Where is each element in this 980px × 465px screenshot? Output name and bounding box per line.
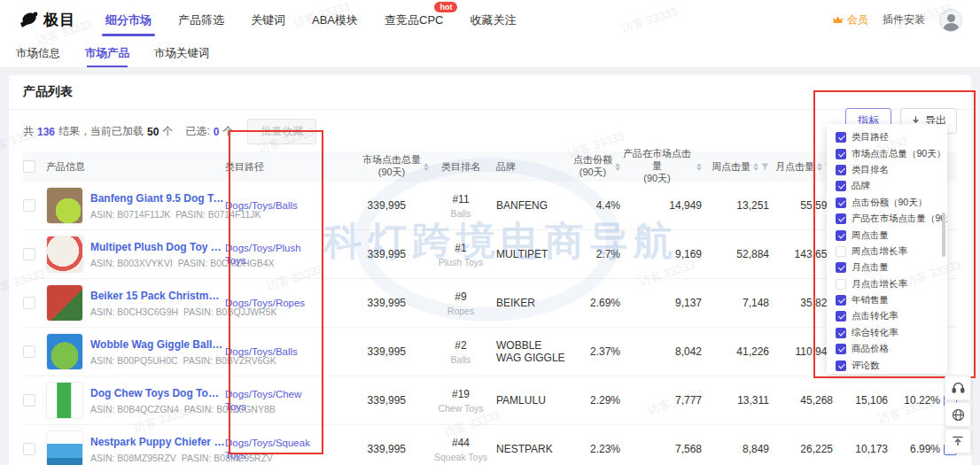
checkbox-icon[interactable]: [836, 165, 846, 175]
category-rank: #2Balls: [429, 339, 493, 365]
checkbox-icon[interactable]: [836, 198, 846, 208]
top-navbar: 极目 细分市场 产品筛选 关键词 ABA模块 查竞品CPC hot 收藏关注 会…: [0, 0, 980, 40]
header-week-clicks[interactable]: 周点击量: [702, 160, 769, 174]
week-clicks-value: 52,884: [702, 248, 769, 260]
metric-option[interactable]: 年销售量: [836, 292, 947, 308]
user-avatar[interactable]: [939, 9, 962, 32]
crown-icon: [832, 15, 844, 25]
product-thumbnail[interactable]: [46, 284, 83, 322]
checkbox-icon[interactable]: [836, 181, 846, 191]
row-checkbox[interactable]: [23, 394, 35, 407]
dropdown-scrollbar[interactable]: [942, 213, 945, 257]
week-clicks-value: 8,849: [702, 443, 769, 455]
row-checkbox[interactable]: [23, 297, 35, 309]
member-link[interactable]: 会员: [832, 12, 868, 27]
product-thumbnail[interactable]: [46, 430, 83, 465]
nav-right: 会员 插件安装: [832, 9, 962, 32]
checkbox-icon[interactable]: [836, 213, 846, 224]
row-checkbox[interactable]: [23, 199, 35, 212]
filter-top-button[interactable]: [945, 429, 971, 453]
checkbox-icon[interactable]: [836, 311, 846, 322]
sort-icon[interactable]: [817, 163, 822, 171]
checkbox-icon[interactable]: [836, 262, 846, 273]
row-checkbox[interactable]: [23, 443, 35, 455]
market-clicks-value: 339,995: [323, 297, 429, 309]
metric-option[interactable]: 类目排名: [836, 162, 947, 178]
product-title[interactable]: Beiker 15 Pack Christmas Dog Toys Bulk .…: [90, 290, 225, 302]
product-thumbnail[interactable]: [46, 187, 83, 224]
product-thumbnail[interactable]: [46, 236, 83, 273]
app-logo[interactable]: 极目: [18, 10, 75, 30]
category-path-link[interactable]: Dogs/Toys/Plush Toys: [225, 243, 301, 266]
product-clicks-value: 8,042: [620, 345, 702, 358]
nav-item-segment-market[interactable]: 细分市场: [105, 0, 152, 40]
filter-funnel-icon[interactable]: [761, 163, 769, 171]
metric-option[interactable]: 品牌: [836, 178, 947, 194]
product-title[interactable]: Wobble Wag Giggle Ball Interactive Dog..…: [90, 338, 225, 351]
week-clicks-value: 41,226: [702, 345, 769, 358]
category-path-link[interactable]: Dogs/Toys/Balls: [225, 200, 298, 211]
plugin-install-link[interactable]: 插件安装: [883, 12, 925, 27]
metric-option[interactable]: 月点击量: [836, 260, 947, 275]
metric-option[interactable]: 周点击增长率: [836, 244, 947, 260]
product-thumbnail[interactable]: [46, 382, 83, 419]
checkbox-icon[interactable]: [836, 279, 846, 290]
metric-option[interactable]: 商品价格: [836, 341, 947, 357]
nav-item-favorites[interactable]: 收藏关注: [470, 0, 516, 40]
metric-option[interactable]: 点击份额（90天）: [836, 195, 947, 211]
app-root: 极目 细分市场 产品筛选 关键词 ABA模块 查竞品CPC hot 收藏关注 会…: [0, 0, 980, 465]
year-sales-value: 10,173: [833, 443, 888, 455]
checkbox-icon[interactable]: [836, 328, 846, 338]
table-row: Multipet Plush Dog Toy Lambchop 10 W... …: [23, 230, 957, 279]
nav-item-product-filter[interactable]: 产品筛选: [178, 0, 224, 40]
row-checkbox[interactable]: [23, 248, 35, 260]
header-market-clicks[interactable]: 市场点击总量(90天): [323, 154, 429, 179]
metric-option[interactable]: 月点击增长率: [836, 276, 947, 292]
metric-option[interactable]: 周点击量: [836, 227, 947, 243]
product-title[interactable]: Nestpark Puppy Chiefer 3000 - Funny D...: [90, 436, 225, 448]
nav-item-aba-module[interactable]: ABA模块: [312, 0, 358, 40]
category-path-link[interactable]: Dogs/Toys/Squeak Toys: [225, 438, 310, 461]
conversion-value: 10.22%: [904, 394, 940, 407]
checkbox-icon[interactable]: [836, 360, 846, 371]
checkbox-icon[interactable]: [836, 295, 846, 306]
header-click-share[interactable]: 点击份额(90天): [565, 154, 620, 179]
header-product-clicks[interactable]: 产品在市场点击量(90天): [620, 148, 702, 184]
checkbox-icon[interactable]: [836, 344, 846, 354]
batch-favorite-button[interactable]: 批量收藏: [247, 119, 316, 144]
tab-market-keywords[interactable]: 市场关键词: [154, 40, 210, 67]
metric-option[interactable]: 综合转化率: [836, 325, 947, 341]
tab-market-info[interactable]: 市场信息: [16, 40, 60, 67]
select-all-checkbox[interactable]: [23, 160, 35, 173]
card-title: 产品列表: [9, 75, 971, 110]
checkbox-icon[interactable]: [836, 132, 846, 143]
category-path-link[interactable]: Dogs/Toys/Chew Toys: [225, 389, 301, 412]
metric-option[interactable]: 类目路径: [836, 129, 947, 145]
tab-market-products[interactable]: 市场产品: [85, 40, 129, 67]
support-headset-button[interactable]: [945, 376, 971, 400]
metric-option[interactable]: 市场点击总量（90天）: [836, 145, 947, 161]
header-month-clicks[interactable]: 月点击量: [769, 160, 833, 174]
brand-value: BEIKER: [493, 297, 565, 309]
metric-option[interactable]: 产品在市场点击量（90天）: [836, 211, 947, 227]
logo-icon: [18, 11, 39, 30]
sort-icon[interactable]: [753, 163, 758, 171]
category-path-link[interactable]: Dogs/Toys/Ropes: [225, 298, 305, 308]
nav-item-keywords[interactable]: 关键词: [251, 0, 285, 40]
row-checkbox[interactable]: [23, 345, 35, 358]
product-title[interactable]: Banfeng Giant 9.5 Dog Tennis Ball Large.…: [90, 192, 225, 205]
metric-option[interactable]: 评论数: [836, 357, 947, 373]
nav-item-cpc[interactable]: 查竞品CPC hot: [385, 0, 443, 40]
product-asins: ASIN: B0CH3C6G9H PASIN: B0BQJJWR5K: [90, 306, 225, 317]
product-title[interactable]: Dog Chew Toys Dog Toothbrush Stick Te...: [90, 387, 225, 399]
product-title[interactable]: Multipet Plush Dog Toy Lambchop 10 W...: [90, 241, 225, 253]
metric-option[interactable]: 点击转化率: [836, 308, 947, 324]
checkbox-icon[interactable]: [836, 230, 846, 241]
checkbox-icon[interactable]: [836, 246, 846, 257]
browser-globe-button[interactable]: [945, 402, 971, 427]
product-asins: ASIN: B00PQ5UH0C PASIN: B0BVZRV6GK: [90, 355, 225, 366]
checkbox-icon[interactable]: [836, 149, 846, 159]
product-thumbnail[interactable]: [46, 333, 83, 370]
category-path-link[interactable]: Dogs/Toys/Balls: [225, 346, 298, 357]
market-clicks-value: 339,995: [323, 248, 429, 260]
